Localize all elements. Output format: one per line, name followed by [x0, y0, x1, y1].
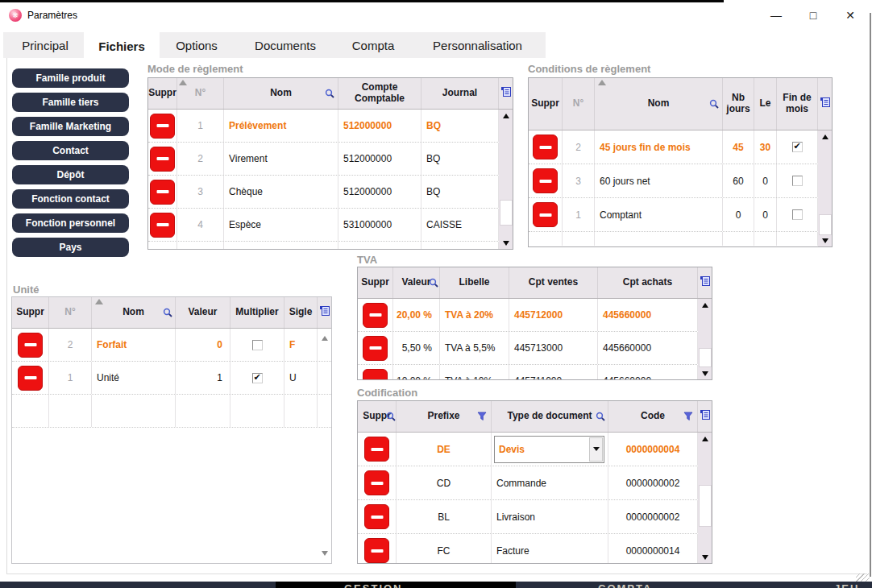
tva-col-libelle[interactable]: Libelle: [440, 267, 509, 298]
mode-col-journal[interactable]: Journal: [421, 78, 499, 109]
multiplier-checkbox[interactable]: [252, 373, 263, 383]
cell-libelle[interactable]: TVA à 10%: [440, 365, 509, 379]
scroll-up-button[interactable]: [818, 130, 832, 143]
cell-nom[interactable]: Espèce: [224, 209, 338, 241]
cell-nom[interactable]: 45 jours fin de mois: [595, 130, 723, 164]
delete-row-button[interactable]: [533, 202, 558, 227]
scroll-down-button[interactable]: [818, 234, 832, 246]
cond-col-findemois[interactable]: Fin de mois: [777, 78, 818, 130]
vertical-scrollbar[interactable]: [499, 110, 513, 249]
tva-col-cptachats[interactable]: Cpt achats: [598, 267, 698, 298]
cell-code[interactable]: 0000000002: [608, 466, 698, 499]
filter-icon[interactable]: [683, 412, 693, 421]
cell-nom[interactable]: Unité: [92, 362, 176, 394]
delete-row-button[interactable]: [364, 504, 389, 529]
cell-cptachats[interactable]: 445660000: [598, 299, 698, 331]
scroll-thumb[interactable]: [500, 200, 513, 226]
delete-row-button[interactable]: [364, 437, 389, 462]
minimize-button[interactable]: —: [758, 4, 795, 27]
maximize-button[interactable]: □: [795, 4, 832, 27]
scroll-thumb[interactable]: [819, 214, 832, 235]
delete-row-button[interactable]: [150, 114, 175, 139]
tva-col-suppr[interactable]: Suppr: [358, 267, 393, 298]
cell-type[interactable]: Livraison: [492, 500, 608, 533]
cell-prefixe[interactable]: CD: [397, 466, 492, 499]
tab-documents[interactable]: Documents: [234, 32, 337, 58]
codif-col-prefixe[interactable]: Prefixe: [397, 401, 492, 432]
field-chooser-button[interactable]: [499, 78, 513, 109]
cell-le[interactable]: 0: [754, 164, 777, 197]
multiplier-checkbox[interactable]: [252, 340, 263, 350]
tab-options[interactable]: Options: [160, 32, 234, 58]
fin-de-mois-checkbox[interactable]: [792, 176, 803, 186]
search-icon[interactable]: [709, 99, 719, 109]
cell-cptachats[interactable]: 445660000: [598, 365, 698, 379]
sidebar-item-famille-tiers[interactable]: Famille tiers: [12, 93, 129, 112]
resize-grip[interactable]: [856, 574, 870, 582]
cell-compte[interactable]: 531000000: [338, 209, 421, 241]
sidebar-item-fonction-personnel[interactable]: Fonction personnel: [12, 213, 129, 233]
search-icon[interactable]: [163, 308, 172, 317]
cell-nbjours[interactable]: 45: [723, 130, 754, 164]
field-chooser-button[interactable]: [818, 78, 832, 130]
field-chooser-button[interactable]: [318, 297, 331, 328]
scroll-up-button[interactable]: [698, 433, 712, 445]
tva-col-valeur[interactable]: Valeur: [393, 267, 440, 298]
cell-cptventes[interactable]: 445713000: [509, 332, 598, 364]
mode-col-nom[interactable]: Nom: [224, 78, 338, 109]
unite-col-num[interactable]: N°: [49, 297, 92, 328]
mode-col-num[interactable]: N°: [177, 78, 224, 109]
fin-de-mois-checkbox[interactable]: [792, 209, 803, 220]
cell-valeur[interactable]: 0: [176, 329, 230, 361]
cell-cptachats[interactable]: 445660000: [598, 332, 698, 364]
delete-row-button[interactable]: [150, 213, 175, 238]
cell-nom[interactable]: Comptant: [595, 198, 723, 231]
sidebar-item-fonction-contact[interactable]: Fonction contact: [12, 189, 129, 209]
cell-nbjours[interactable]: 0: [723, 198, 754, 231]
cell-compte[interactable]: 512000000: [338, 176, 421, 208]
search-icon[interactable]: [596, 412, 605, 421]
tab-compta[interactable]: Compta: [337, 32, 409, 58]
cell-cptventes[interactable]: 445712000: [509, 299, 598, 331]
cell-code[interactable]: 0000000002: [608, 500, 698, 533]
close-button[interactable]: ✕: [832, 4, 869, 27]
cell-valeur[interactable]: 20,00 %: [393, 299, 440, 331]
codif-col-suppr[interactable]: Suppr: [358, 401, 397, 432]
mode-col-suppr[interactable]: Suppr: [148, 78, 177, 109]
codif-col-type[interactable]: Type de document: [492, 401, 608, 432]
scroll-down-button[interactable]: [499, 237, 513, 249]
unite-col-nom[interactable]: Nom: [92, 297, 176, 328]
search-icon[interactable]: [325, 89, 334, 98]
sidebar-item-famille-marketing[interactable]: Famille Marketing: [12, 117, 129, 136]
cell-nom[interactable]: Forfait: [92, 329, 176, 361]
tva-col-cptventes[interactable]: Cpt ventes: [509, 267, 598, 298]
cell-code[interactable]: 0000000014: [608, 534, 698, 563]
cell-libelle[interactable]: TVA à 20%: [440, 299, 509, 331]
cell-compte[interactable]: 512000000: [338, 143, 421, 175]
cell-type[interactable]: Commande: [492, 466, 608, 499]
cell-code[interactable]: 0000000004: [608, 433, 698, 466]
unite-col-suppr[interactable]: Suppr: [12, 297, 49, 328]
cell-prefixe[interactable]: FC: [397, 534, 492, 563]
scroll-up-button[interactable]: [499, 110, 513, 122]
codif-col-code[interactable]: Code: [608, 401, 698, 432]
sidebar-item-famille-produit[interactable]: Famille produit: [12, 68, 129, 88]
cell-sigle[interactable]: U: [284, 362, 318, 394]
cell-journal[interactable]: BQ: [421, 110, 499, 142]
scroll-down-button[interactable]: [698, 551, 712, 563]
delete-row-button[interactable]: [150, 147, 175, 172]
vertical-scrollbar[interactable]: [818, 130, 832, 246]
cell-nom[interactable]: Prélèvement: [224, 110, 338, 142]
delete-row-button[interactable]: [533, 135, 558, 159]
cell-journal[interactable]: BQ: [421, 143, 499, 175]
cell-prefixe[interactable]: BL: [397, 500, 492, 533]
cell-nbjours[interactable]: 60: [723, 164, 754, 197]
cell-nom[interactable]: 60 jours net: [595, 164, 723, 197]
vertical-scrollbar[interactable]: [698, 299, 712, 379]
cond-col-suppr[interactable]: Suppr: [529, 78, 563, 130]
cond-col-nbjours[interactable]: Nb jours: [723, 78, 754, 130]
cell-cptventes[interactable]: 445711000: [509, 365, 598, 379]
delete-row-button[interactable]: [18, 333, 43, 358]
delete-row-button[interactable]: [18, 366, 43, 391]
field-chooser-button[interactable]: [698, 401, 712, 432]
